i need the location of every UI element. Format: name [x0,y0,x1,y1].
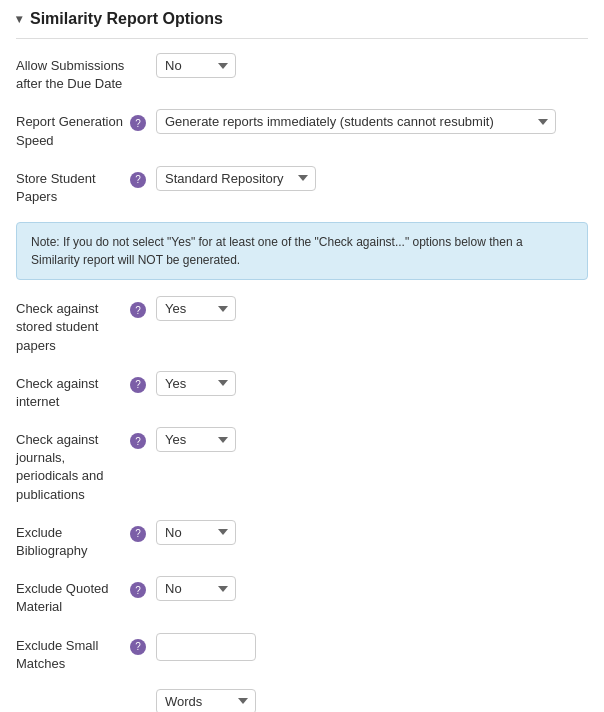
words-label-spacer [16,689,146,693]
check-stored-student-papers-control: Yes No [156,296,588,321]
exclude-quoted-control: No Yes [156,576,588,601]
words-control: Words Percentage [156,689,588,712]
exclude-bibliography-select[interactable]: No Yes [156,520,236,545]
check-internet-select[interactable]: Yes No [156,371,236,396]
exclude-small-matches-input[interactable] [156,633,256,661]
report-generation-speed-select[interactable]: Generate reports immediately (students c… [156,109,556,134]
exclude-bibliography-help-icon[interactable]: ? [130,526,146,542]
report-generation-speed-row: Report Generation Speed ? Generate repor… [16,109,588,149]
store-student-papers-select[interactable]: Standard Repository No Repository Instit… [156,166,316,191]
exclude-small-matches-label: Exclude Small Matches ? [16,633,146,673]
allow-submissions-control: No Yes [156,53,588,78]
exclude-bibliography-row: Exclude Bibliography ? No Yes [16,520,588,560]
exclude-quoted-row: Exclude Quoted Material ? No Yes [16,576,588,616]
section-title: Similarity Report Options [30,10,223,28]
exclude-small-matches-help-icon[interactable]: ? [130,639,146,655]
report-generation-speed-control: Generate reports immediately (students c… [156,109,588,134]
check-stored-student-papers-select[interactable]: Yes No [156,296,236,321]
check-stored-student-papers-row: Check against stored student papers ? Ye… [16,296,588,355]
store-student-papers-row: Store Student Papers ? Standard Reposito… [16,166,588,206]
store-student-papers-control: Standard Repository No Repository Instit… [156,166,588,191]
report-generation-speed-help-icon[interactable]: ? [130,115,146,131]
collapse-icon[interactable]: ▾ [16,12,22,26]
exclude-quoted-select[interactable]: No Yes [156,576,236,601]
allow-submissions-select[interactable]: No Yes [156,53,236,78]
check-stored-student-papers-label: Check against stored student papers ? [16,296,146,355]
allow-submissions-row: Allow Submissions after the Due Date No … [16,53,588,93]
exclude-small-matches-control [156,633,588,661]
store-student-papers-label: Store Student Papers ? [16,166,146,206]
alert-text: Note: If you do not select "Yes" for at … [31,235,523,267]
check-internet-row: Check against internet ? Yes No [16,371,588,411]
words-select-row: Words Percentage [16,689,588,712]
section-header: ▾ Similarity Report Options [16,10,588,39]
words-select[interactable]: Words Percentage [156,689,256,712]
similarity-alert: Note: If you do not select "Yes" for at … [16,222,588,280]
exclude-bibliography-control: No Yes [156,520,588,545]
check-stored-student-papers-help-icon[interactable]: ? [130,302,146,318]
check-journals-select[interactable]: Yes No [156,427,236,452]
similarity-report-options-container: ▾ Similarity Report Options Allow Submis… [0,0,604,712]
allow-submissions-label: Allow Submissions after the Due Date [16,53,146,93]
store-student-papers-help-icon[interactable]: ? [130,172,146,188]
check-internet-help-icon[interactable]: ? [130,377,146,393]
check-journals-help-icon[interactable]: ? [130,433,146,449]
exclude-bibliography-label: Exclude Bibliography ? [16,520,146,560]
check-journals-label: Check against journals, periodicals and … [16,427,146,504]
check-internet-label: Check against internet ? [16,371,146,411]
exclude-quoted-label: Exclude Quoted Material ? [16,576,146,616]
check-journals-control: Yes No [156,427,588,452]
check-journals-row: Check against journals, periodicals and … [16,427,588,504]
exclude-small-matches-row: Exclude Small Matches ? [16,633,588,673]
report-generation-speed-label: Report Generation Speed ? [16,109,146,149]
exclude-quoted-help-icon[interactable]: ? [130,582,146,598]
check-internet-control: Yes No [156,371,588,396]
